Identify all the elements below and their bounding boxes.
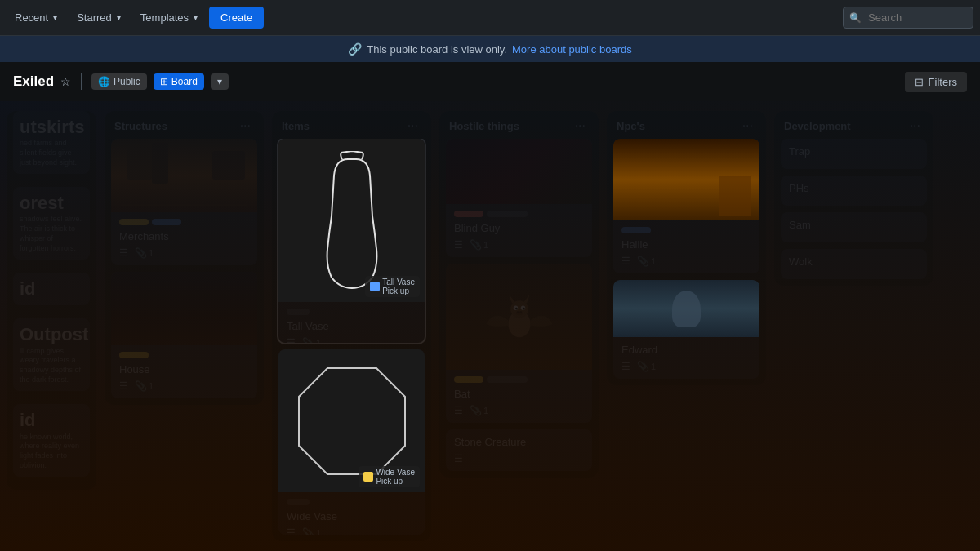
filter-icon: ⊟	[915, 76, 924, 88]
banner-message: This public board is view only.	[367, 43, 507, 56]
board-canvas: utskirts ned farms and silent fields giv…	[0, 101, 980, 551]
templates-menu-button[interactable]: Templates ▾	[132, 7, 206, 29]
board-view-badge[interactable]: ⊞ Board	[154, 73, 204, 90]
templates-chevron-icon: ▾	[194, 13, 198, 22]
board-title: Exiled	[13, 73, 54, 90]
starred-chevron-icon: ▾	[117, 13, 121, 22]
header-divider	[81, 73, 82, 90]
board-view-icon: ⊞	[160, 76, 168, 87]
more-views-button[interactable]: ▾	[211, 73, 229, 90]
chevron-down-icon: ▾	[217, 76, 222, 87]
starred-menu-button[interactable]: Starred ▾	[69, 7, 129, 29]
board-header: Exiled ☆ 🌐 Public ⊞ Board ▾ ⊟ Filters	[0, 62, 980, 101]
badge-color-icon-wide	[363, 472, 373, 482]
banner-link[interactable]: More about public boards	[512, 43, 632, 56]
badge-color-icon	[370, 282, 380, 291]
wide-vase-image: Wide VasePick up	[278, 349, 425, 492]
create-label: Create	[220, 11, 252, 24]
wide-vase-badge: Wide VasePick up	[359, 466, 420, 487]
card-house[interactable]: House ☰ 📎 1	[111, 272, 257, 398]
globe-icon: 🌐	[98, 76, 110, 87]
banner-globe-icon: 🔗	[348, 42, 362, 56]
board-view-label: Board	[172, 76, 198, 87]
house-cover	[111, 272, 257, 345]
badge-text-wide: Wide VasePick up	[376, 468, 415, 486]
top-navigation: Recent ▾ Starred ▾ Templates ▾ Create 🔍	[0, 0, 980, 36]
search-wrapper: 🔍	[843, 7, 973, 29]
recent-menu-button[interactable]: Recent ▾	[7, 7, 65, 29]
templates-label: Templates	[140, 11, 189, 24]
starred-label: Starred	[77, 11, 112, 24]
public-board-banner: 🔗 This public board is view only. More a…	[0, 36, 980, 62]
tall-vase-badge: Tall VasePick up	[365, 276, 420, 297]
recent-chevron-icon: ▾	[53, 13, 57, 22]
visibility-label: Public	[114, 76, 140, 87]
search-icon: 🔍	[849, 12, 862, 24]
tall-vase-svg	[319, 151, 385, 290]
visibility-badge[interactable]: 🌐 Public	[91, 73, 147, 90]
wide-vase-svg	[291, 360, 413, 482]
search-input[interactable]	[843, 7, 973, 29]
list-structures: Structures ··· Merchants	[105, 111, 264, 405]
filters-button[interactable]: ⊟ Filters	[905, 72, 967, 92]
create-button[interactable]: Create	[209, 7, 264, 29]
tall-vase-image: Tall VasePick up	[278, 139, 425, 302]
star-icon[interactable]: ☆	[60, 75, 71, 88]
edward-cover	[613, 280, 760, 337]
filters-label: Filters	[929, 76, 957, 88]
svg-marker-0	[299, 368, 405, 474]
badge-text: Tall VasePick up	[382, 278, 415, 295]
recent-label: Recent	[15, 11, 48, 24]
structures-body: Merchants ☰ 📎 1 House	[105, 139, 264, 405]
hailie-cover	[613, 139, 760, 220]
